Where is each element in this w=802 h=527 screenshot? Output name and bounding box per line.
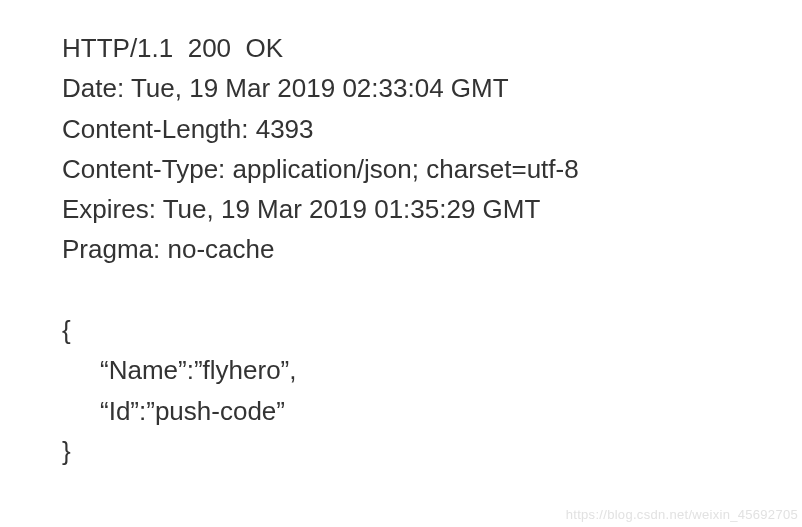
- header-pragma: Pragma: no-cache: [62, 229, 802, 269]
- body-open-brace: {: [62, 310, 802, 350]
- header-content-type: Content-Type: application/json; charset=…: [62, 149, 802, 189]
- header-content-length: Content-Length: 4393: [62, 109, 802, 149]
- blank-line: [62, 270, 802, 310]
- body-id-line: “Id”:”push-code”: [62, 391, 802, 431]
- body-close-brace: }: [62, 431, 802, 471]
- body-name-line: “Name”:”flyhero”,: [62, 350, 802, 390]
- header-expires: Expires: Tue, 19 Mar 2019 01:35:29 GMT: [62, 189, 802, 229]
- watermark-text: https://blog.csdn.net/weixin_45692705: [566, 505, 798, 525]
- header-date: Date: Tue, 19 Mar 2019 02:33:04 GMT: [62, 68, 802, 108]
- status-line: HTTP/1.1 200 OK: [62, 28, 802, 68]
